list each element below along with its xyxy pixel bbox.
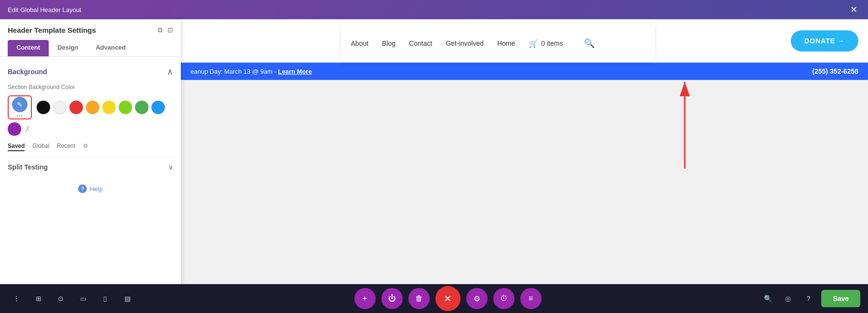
- toolbar-desktop-icon[interactable]: ▭: [74, 290, 92, 307]
- color-swatch-purple[interactable]: [8, 122, 21, 136]
- nav-link-home[interactable]: Home: [497, 39, 515, 47]
- donate-button[interactable]: DONATE →: [791, 30, 858, 52]
- toolbar-menu-icon[interactable]: ⋮: [8, 290, 25, 307]
- delete-button[interactable]: 🗑: [408, 288, 430, 309]
- left-panel: Header Template Settings ⧉ ⊡ Content Des…: [0, 19, 181, 313]
- nav-link-get-involved[interactable]: Get-involved: [446, 39, 484, 47]
- color-swatch-black[interactable]: [37, 101, 50, 114]
- panel-body: Background ∧ Section Background Color ✎ …: [0, 57, 181, 287]
- color-swatch-white[interactable]: [53, 101, 67, 114]
- nav-box: About Blog Contact Get-involved Home 🛒 0…: [341, 24, 655, 63]
- color-swatch-red[interactable]: [69, 101, 83, 114]
- field-label-bg-color: Section Background Color: [8, 84, 173, 91]
- toolbar-right: 🔍 ◎ ? Save: [760, 290, 860, 307]
- help-icon: ?: [78, 184, 87, 193]
- search-icon[interactable]: 🔍: [584, 38, 595, 49]
- tr-search-icon[interactable]: 🔍: [760, 290, 776, 307]
- tab-design[interactable]: Design: [49, 40, 87, 56]
- help-row[interactable]: ? Help: [8, 177, 173, 201]
- nav-link-contact[interactable]: Contact: [409, 39, 432, 47]
- close-icon[interactable]: ✕: [847, 3, 860, 16]
- swatch-dots: •••: [16, 113, 23, 118]
- bottom-toolbar: ⋮ ⊞ ⊙ ▭ ▯ ▤ + ⏻ 🗑 ✕ ⚙ ⏱ ≡ 🔍 ◎ ? Save: [0, 284, 868, 313]
- color-swatch-green2[interactable]: [135, 101, 149, 114]
- color-swatch-green1[interactable]: [119, 101, 132, 114]
- panel-tabs: Content Design Advanced: [8, 40, 173, 56]
- active-color-swatch[interactable]: ✎ •••: [8, 95, 32, 119]
- color-row: ✎ ••• ✗: [8, 95, 173, 136]
- power-button[interactable]: ⏻: [381, 288, 403, 309]
- tab-advanced[interactable]: Advanced: [87, 40, 134, 56]
- nav-links: About Blog Contact Get-involved Home 🛒 0…: [351, 38, 605, 49]
- cart-icon: 🛒: [529, 39, 538, 48]
- background-title: Background: [8, 68, 47, 76]
- add-button[interactable]: +: [354, 288, 376, 309]
- cart-count: 0 items: [541, 39, 563, 47]
- site-header-container: About Blog Contact Get-involved Home 🛒 0…: [181, 19, 868, 80]
- panel-icon-copy[interactable]: ⧉: [158, 26, 163, 34]
- toolbar-tablet-icon[interactable]: ▯: [96, 290, 114, 307]
- color-swatch-yellow[interactable]: [102, 101, 116, 114]
- learn-more-link[interactable]: Learn More: [278, 68, 312, 75]
- color-tab-saved[interactable]: Saved: [8, 143, 25, 151]
- split-testing-row[interactable]: Split Testing ∨: [8, 157, 173, 177]
- eyedropper-swatch: ✎: [12, 97, 27, 112]
- history-button[interactable]: ⏱: [493, 288, 515, 309]
- nav-link-about[interactable]: About: [351, 39, 369, 47]
- close-button[interactable]: ✕: [435, 286, 461, 311]
- tr-circle-icon[interactable]: ◎: [780, 290, 796, 307]
- toolbar-left: ⋮ ⊞ ⊙ ▭ ▯ ▤: [8, 290, 136, 307]
- color-slash-icon[interactable]: ✗: [24, 124, 31, 134]
- preview-area: About Blog Contact Get-involved Home 🛒 0…: [181, 19, 868, 284]
- color-swatch-orange[interactable]: [86, 101, 99, 114]
- announce-text: eanup Day: March 13 @ 9am - Learn More: [190, 68, 312, 75]
- eyedropper-icon: ✎: [17, 101, 23, 108]
- toolbar-grid-icon[interactable]: ⊞: [30, 290, 47, 307]
- color-tabs: Saved Global Recent ⚙: [8, 143, 173, 151]
- panel-title: Header Template Settings: [8, 26, 96, 34]
- toolbar-center: + ⏻ 🗑 ✕ ⚙ ⏱ ≡: [136, 286, 760, 311]
- adjust-button[interactable]: ≡: [520, 288, 542, 309]
- site-header: About Blog Contact Get-involved Home 🛒 0…: [181, 19, 868, 63]
- color-tab-recent[interactable]: Recent: [57, 143, 75, 151]
- save-button[interactable]: Save: [821, 290, 860, 307]
- panel-header: Header Template Settings ⧉ ⊡ Content Des…: [0, 19, 181, 57]
- toolbar-mobile-icon[interactable]: ▤: [119, 290, 136, 307]
- split-testing-label: Split Testing: [8, 163, 48, 171]
- background-section-header: Background ∧: [8, 66, 173, 77]
- panel-icon-expand[interactable]: ⊡: [167, 26, 173, 34]
- toolbar-search-icon[interactable]: ⊙: [52, 290, 69, 307]
- help-label: Help: [90, 185, 103, 193]
- color-swatch-blue[interactable]: [151, 101, 165, 114]
- tab-content[interactable]: Content: [8, 40, 49, 56]
- nav-cart[interactable]: 🛒 0 items: [529, 39, 563, 48]
- announcement-bar: eanup Day: March 13 @ 9am - Learn More (…: [181, 63, 868, 80]
- nav-link-blog[interactable]: Blog: [382, 39, 395, 47]
- tr-help-icon[interactable]: ?: [800, 290, 816, 307]
- red-arrow-annotation: [670, 77, 699, 175]
- split-testing-chevron[interactable]: ∨: [168, 163, 173, 171]
- settings-button[interactable]: ⚙: [466, 288, 488, 309]
- collapse-icon[interactable]: ∧: [167, 66, 173, 77]
- color-settings-icon[interactable]: ⚙: [83, 143, 92, 151]
- top-bar: Edit Global Header Layout ✕: [0, 0, 868, 19]
- donate-label: DONATE →: [804, 37, 845, 45]
- color-tab-global[interactable]: Global: [32, 143, 49, 151]
- phone-number: (255) 352-6258: [812, 67, 858, 75]
- top-bar-title: Edit Global Header Layout: [8, 6, 847, 13]
